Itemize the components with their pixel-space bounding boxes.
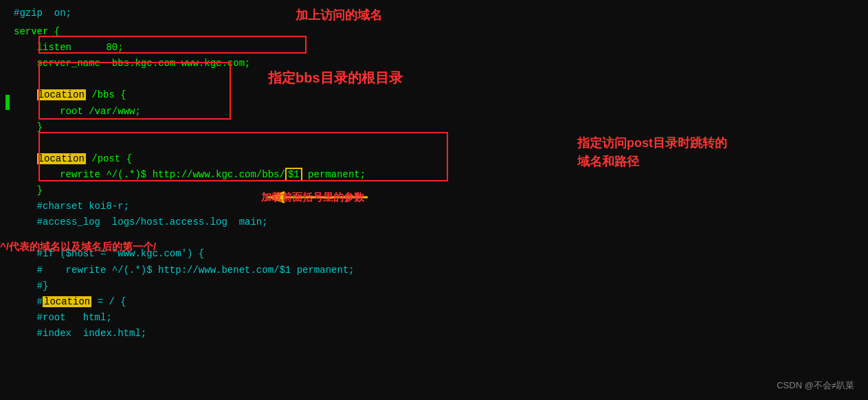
code-line-close1: } <box>14 120 868 135</box>
code-line-index: #index index.html; <box>14 326 868 342</box>
code-line-charset: #charset koi8-r; <box>14 199 868 214</box>
code-line-server: server { <box>14 24 868 40</box>
code-line-close2: } <box>14 183 868 199</box>
keyword-location-3: location <box>43 296 91 307</box>
code-line-if: #if ($host = 'www.kgc.com') { <box>14 246 868 262</box>
code-line-servername: server_name bbs.kgc.com www.kgc.com; <box>14 56 868 71</box>
code-line-location3: #location = / { <box>14 294 868 310</box>
code-line-location-bbs: location /bbs { <box>14 87 868 103</box>
main-container: #gzip on; server { listen 80; server_nam… <box>0 0 868 400</box>
top-comment-line: #gzip on; <box>14 5 868 21</box>
code-line-accesslog: #access_log logs/host.access.log main; <box>14 214 868 230</box>
code-area: server { listen 80; server_name bbs.kgc.… <box>14 24 868 342</box>
code-line-rewrite2: # rewrite ^/(.*)$ http://www.benet.com/$… <box>14 263 868 278</box>
code-line-location-post: location /post { <box>14 151 868 167</box>
dollar-1-box: $1 <box>285 168 302 181</box>
code-line-rewrite: rewrite ^/(.*)$ http://www.kgc.com/bbs/$… <box>14 167 868 183</box>
code-line-endif: #} <box>14 278 868 294</box>
code-line-empty3 <box>14 230 868 246</box>
code-line-listen: listen 80; <box>14 40 868 56</box>
code-line-root: root /var/www; <box>14 104 868 120</box>
keyword-location-1: location <box>37 89 86 100</box>
code-line-empty2 <box>14 135 868 151</box>
code-line-root2: #root html; <box>14 310 868 326</box>
code-line-empty1 <box>14 71 868 87</box>
keyword-location-2: location <box>37 153 86 164</box>
green-indicator-bar <box>5 95 10 110</box>
watermark: CSDN @不会≠趴菜 <box>777 379 854 392</box>
